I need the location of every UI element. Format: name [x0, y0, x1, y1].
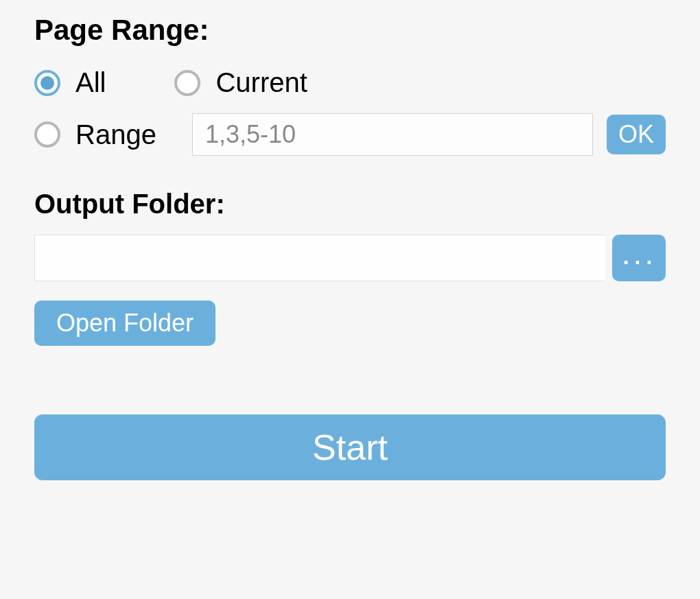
radio-current-label: Current: [215, 67, 307, 98]
radio-current[interactable]: Current: [174, 67, 307, 98]
radio-icon: [34, 70, 60, 96]
start-button[interactable]: Start: [34, 414, 666, 480]
range-input[interactable]: [192, 113, 593, 156]
radio-range-label: Range: [75, 119, 156, 150]
output-folder-heading: Output Folder:: [34, 189, 666, 220]
radio-icon: [34, 121, 60, 148]
ok-button[interactable]: OK: [607, 115, 666, 154]
radio-range[interactable]: Range: [34, 119, 178, 150]
output-folder-input[interactable]: [34, 235, 605, 281]
radio-icon: [174, 70, 200, 96]
page-range-row-top: All Current: [34, 67, 666, 98]
open-folder-button[interactable]: Open Folder: [34, 301, 215, 346]
radio-all-label: All: [75, 67, 106, 98]
page-range-heading: Page Range:: [34, 14, 666, 47]
radio-all[interactable]: All: [34, 67, 106, 98]
browse-button[interactable]: ...: [612, 235, 666, 281]
output-folder-row: ...: [34, 235, 666, 281]
page-range-row-range: Range OK: [34, 113, 666, 156]
